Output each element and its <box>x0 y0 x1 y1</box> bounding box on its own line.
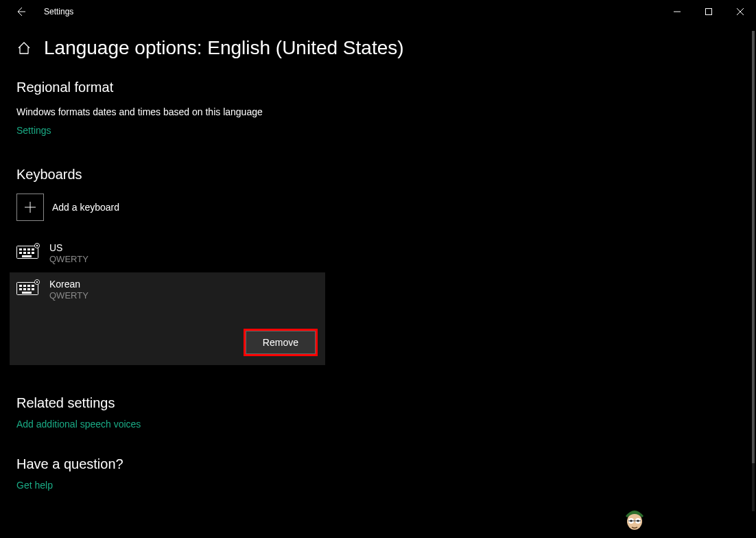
svg-rect-27 <box>22 292 32 294</box>
keyboard-item-row: Korean QWERTY <box>16 278 318 302</box>
keyboard-name: US <box>49 242 88 254</box>
svg-rect-26 <box>32 288 34 290</box>
minimize-button[interactable] <box>661 0 693 23</box>
add-speech-voices-link[interactable]: Add additional speech voices <box>16 419 141 430</box>
home-button[interactable] <box>16 40 32 56</box>
keyboard-icon <box>16 279 41 296</box>
svg-point-17 <box>36 245 38 246</box>
remove-button-row: Remove <box>16 331 318 354</box>
svg-rect-10 <box>32 248 34 250</box>
close-button[interactable] <box>724 0 756 23</box>
keyboards-heading: Keyboards <box>16 167 740 183</box>
related-settings-section: Related settings Add additional speech v… <box>16 395 740 430</box>
svg-rect-25 <box>27 288 30 290</box>
add-keyboard-label: Add a keyboard <box>52 202 119 213</box>
mascot-avatar-icon <box>623 502 646 531</box>
regional-format-heading: Regional format <box>16 80 740 95</box>
keyboard-layout: QWERTY <box>49 254 88 266</box>
svg-rect-12 <box>23 252 26 254</box>
plus-icon-box <box>16 194 44 221</box>
plus-icon <box>24 201 36 213</box>
keyboard-layout: QWERTY <box>49 290 88 302</box>
svg-rect-7 <box>19 248 22 250</box>
regional-settings-link[interactable]: Settings <box>16 125 51 136</box>
svg-rect-20 <box>23 285 26 287</box>
svg-rect-9 <box>27 248 30 250</box>
svg-rect-24 <box>23 288 26 290</box>
back-button[interactable] <box>11 2 30 21</box>
have-a-question-heading: Have a question? <box>16 456 740 472</box>
keyboard-item-korean[interactable]: Korean QWERTY Remove <box>10 272 325 365</box>
home-icon <box>16 40 32 56</box>
titlebar: Settings <box>0 0 756 23</box>
regional-format-section: Regional format Windows formats dates an… <box>16 80 740 137</box>
page-title: Language options: English (United States… <box>44 37 404 59</box>
page-header: Language options: English (United States… <box>16 37 740 59</box>
window-controls <box>661 0 756 23</box>
keyboard-label-box: Korean QWERTY <box>49 278 88 302</box>
add-keyboard-button[interactable]: Add a keyboard <box>16 194 740 221</box>
keyboards-section: Keyboards Add a keyboard US QWERTY <box>16 167 740 365</box>
regional-format-description: Windows formats dates and times based on… <box>16 106 740 117</box>
related-settings-heading: Related settings <box>16 395 740 411</box>
svg-rect-22 <box>32 285 34 287</box>
svg-rect-14 <box>32 252 34 254</box>
svg-rect-13 <box>27 252 30 254</box>
scrollbar-thumb[interactable] <box>752 31 755 463</box>
svg-point-29 <box>36 281 38 283</box>
remove-keyboard-button[interactable]: Remove <box>246 331 316 354</box>
keyboard-icon <box>16 243 41 259</box>
get-help-link[interactable]: Get help <box>16 480 53 491</box>
maximize-icon <box>705 8 712 15</box>
back-arrow-icon <box>15 6 26 17</box>
svg-rect-11 <box>19 252 22 254</box>
minimize-icon <box>674 8 681 15</box>
svg-rect-1 <box>706 9 712 15</box>
svg-rect-15 <box>22 255 32 257</box>
maximize-button[interactable] <box>693 0 724 23</box>
vertical-scrollbar[interactable] <box>752 31 755 511</box>
keyboard-name: Korean <box>49 278 88 290</box>
have-a-question-section: Have a question? Get help <box>16 456 740 491</box>
svg-rect-8 <box>23 248 26 250</box>
keyboard-label-box: US QWERTY <box>49 242 88 266</box>
svg-rect-23 <box>19 288 22 290</box>
keyboard-item-us[interactable]: US QWERTY <box>16 236 740 272</box>
window-title: Settings <box>44 7 73 16</box>
svg-rect-19 <box>19 285 22 287</box>
svg-rect-21 <box>27 285 30 287</box>
page-content: Language options: English (United States… <box>0 23 756 491</box>
close-icon <box>737 8 744 15</box>
